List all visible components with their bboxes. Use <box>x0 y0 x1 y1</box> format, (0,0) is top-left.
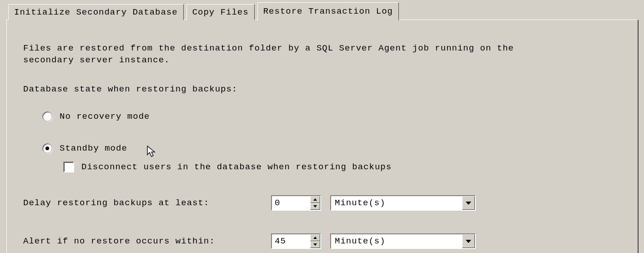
alert-no-restore-label: Alert if no restore occurs within: <box>23 236 271 246</box>
restore-panel: Files are restored from the destination … <box>6 20 639 253</box>
chevron-up-icon <box>313 237 317 239</box>
delay-value-input[interactable]: 0 <box>272 196 310 210</box>
chevron-down-icon <box>466 240 471 243</box>
alert-unit-value: Minute(s) <box>331 234 462 248</box>
alert-no-restore-row: Alert if no restore occurs within: 45 Mi… <box>23 233 621 249</box>
radio-standby-label: Standby mode <box>60 143 127 153</box>
tab-restore-transaction-log[interactable]: Restore Transaction Log <box>257 2 399 20</box>
delay-restoring-row: Delay restoring backups at least: 0 Minu… <box>23 195 621 211</box>
database-state-label: Database state when restoring backups: <box>23 84 621 94</box>
alert-unit-dropdown[interactable]: Minute(s) <box>330 233 476 249</box>
delay-value-spinner[interactable]: 0 <box>271 195 321 211</box>
radio-standby-mode[interactable]: Standby mode <box>42 143 621 153</box>
spinner-down-button[interactable] <box>310 203 320 210</box>
tab-copy-files[interactable]: Copy Files <box>186 4 255 20</box>
chevron-down-icon <box>313 243 317 246</box>
radio-button-icon <box>42 111 52 121</box>
checkbox-disconnect-users[interactable]: Disconnect users in the database when re… <box>63 162 621 172</box>
radio-no-recovery-label: No recovery mode <box>60 111 150 121</box>
delay-unit-value: Minute(s) <box>331 196 462 210</box>
spinner-up-button[interactable] <box>310 234 320 241</box>
chevron-down-icon <box>466 202 471 205</box>
checkbox-disconnect-label: Disconnect users in the database when re… <box>81 162 392 172</box>
radio-button-icon <box>42 143 52 153</box>
dropdown-button[interactable] <box>462 196 475 210</box>
radio-selected-dot-icon <box>45 147 49 150</box>
delay-unit-dropdown[interactable]: Minute(s) <box>330 195 476 211</box>
dropdown-button[interactable] <box>462 234 475 248</box>
checkbox-icon <box>63 162 74 172</box>
alert-value-input[interactable]: 45 <box>272 234 310 248</box>
delay-restoring-label: Delay restoring backups at least: <box>23 198 271 208</box>
tab-initialize-secondary-database[interactable]: Initialize Secondary Database <box>8 4 184 20</box>
chevron-down-icon <box>313 205 317 207</box>
spinner-up-button[interactable] <box>310 196 320 203</box>
tab-bar: Initialize Secondary Database Copy Files… <box>0 2 644 20</box>
alert-value-spinner[interactable]: 45 <box>271 233 321 249</box>
description-text: Files are restored from the destination … <box>23 43 546 66</box>
radio-no-recovery-mode[interactable]: No recovery mode <box>42 111 621 121</box>
chevron-up-icon <box>313 198 317 201</box>
spinner-down-button[interactable] <box>310 241 320 248</box>
